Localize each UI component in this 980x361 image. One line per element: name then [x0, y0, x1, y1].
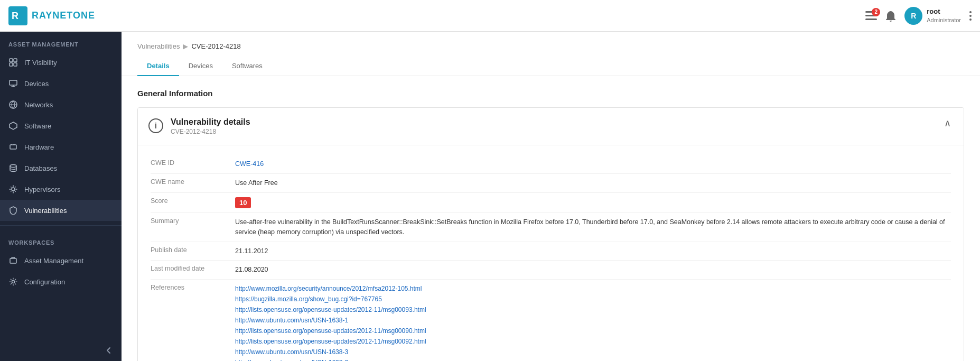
vuln-details-table: CWE ID CWE-416 CWE name Use After Free S…	[138, 145, 964, 361]
tab-softwares[interactable]: Softwares	[222, 57, 272, 76]
content-wrapper: Vulnerabilities ▶ CVE-2012-4218 Details …	[122, 32, 980, 361]
asset-management-icon	[8, 256, 18, 265]
section-title: General Information	[137, 89, 964, 98]
configuration-icon	[8, 277, 18, 286]
reference-link[interactable]: http://lists.opensuse.org/opensuse-updat…	[235, 326, 951, 336]
sidebar-item-vulnerabilities[interactable]: Vulnerabilities	[0, 200, 122, 221]
sidebar: Asset Management IT Visibility	[0, 32, 122, 361]
svg-rect-4	[865, 18, 877, 20]
sidebar-item-label-configuration: Configuration	[24, 278, 65, 286]
svg-rect-11	[14, 63, 17, 66]
it-visibility-icon	[8, 58, 18, 67]
breadcrumb: Vulnerabilities ▶ CVE-2012-4218	[137, 42, 964, 50]
detail-row-cwe-name: CWE name Use After Free	[151, 174, 951, 193]
main-content: Vulnerabilities ▶ CVE-2012-4218 Details …	[122, 32, 980, 361]
sidebar-item-label-hardware: Hardware	[24, 143, 54, 151]
notification-badge: 2	[872, 8, 880, 16]
tab-details[interactable]: Details	[137, 57, 179, 76]
logo-text: RAYNETONE	[32, 10, 95, 21]
hardware-icon	[8, 142, 18, 152]
bell-icon-btn[interactable]	[885, 10, 896, 22]
section-content: General Information i Vulnerability deta…	[122, 76, 980, 361]
sidebar-section-asset: Asset Management	[0, 32, 122, 52]
svg-point-6	[969, 15, 972, 17]
networks-icon	[8, 100, 18, 109]
tab-devices[interactable]: Devices	[179, 57, 222, 76]
svg-text:R: R	[12, 11, 18, 21]
menu-icon-btn[interactable]: 2	[865, 11, 877, 21]
last-modified-value: 21.08.2020	[235, 265, 951, 275]
publish-date-value: 21.11.2012	[235, 246, 951, 256]
reference-link[interactable]: http://lists.opensuse.org/opensuse-updat…	[235, 305, 951, 314]
cwe-name-label: CWE name	[151, 178, 235, 186]
breadcrumb-parent[interactable]: Vulnerabilities	[137, 42, 180, 50]
reference-link[interactable]: http://www.ubuntu.com/usn/USN-1638-2	[235, 358, 951, 361]
score-badge: 10	[235, 197, 251, 209]
breadcrumb-current: CVE-2012-4218	[191, 42, 240, 50]
detail-row-score: Score 10	[151, 193, 951, 214]
svg-rect-18	[10, 258, 16, 263]
cwe-id-link[interactable]: CWE-416	[235, 160, 264, 168]
detail-row-last-modified: Last modified date 21.08.2020	[151, 261, 951, 280]
sidebar-divider	[0, 225, 122, 226]
sidebar-item-hypervisors[interactable]: Hypervisors	[0, 179, 122, 200]
app-body: Asset Management IT Visibility	[0, 32, 980, 361]
sidebar-collapse-button[interactable]	[0, 340, 122, 361]
sidebar-item-networks[interactable]: Networks	[0, 94, 122, 115]
references-value: http://www.mozilla.org/security/announce…	[235, 284, 951, 361]
svg-point-7	[969, 18, 972, 21]
last-modified-label: Last modified date	[151, 265, 235, 272]
vuln-id: CVE-2012-4218	[171, 128, 250, 135]
reference-link[interactable]: http://www.mozilla.org/security/announce…	[235, 284, 951, 293]
sidebar-item-it-visibility[interactable]: IT Visibility	[0, 52, 122, 73]
sidebar-item-software[interactable]: Software	[0, 115, 122, 136]
references-label: References	[151, 284, 235, 291]
user-area[interactable]: R root Administrator	[904, 7, 961, 25]
reference-link[interactable]: http://www.ubuntu.com/usn/USN-1638-3	[235, 347, 951, 357]
software-icon	[8, 121, 18, 131]
cwe-id-value: CWE-416	[235, 159, 951, 169]
svg-point-17	[12, 188, 15, 191]
svg-rect-15	[10, 145, 16, 149]
sidebar-item-configuration[interactable]: Configuration	[0, 271, 122, 292]
vuln-card-header: i Vulnerability details CVE-2012-4218 ∧	[138, 108, 964, 145]
summary-label: Summary	[151, 217, 235, 225]
svg-point-16	[10, 165, 16, 168]
user-name-block: root Administrator	[927, 7, 961, 24]
sidebar-item-label-networks: Networks	[24, 101, 53, 109]
score-value: 10	[235, 197, 951, 209]
sidebar-item-hardware[interactable]: Hardware	[0, 136, 122, 158]
user-role: Administrator	[927, 16, 961, 24]
reference-link[interactable]: https://bugzilla.mozilla.org/show_bug.cg…	[235, 294, 951, 304]
references-list: http://www.mozilla.org/security/announce…	[235, 284, 951, 361]
sidebar-item-asset-management[interactable]: Asset Management	[0, 250, 122, 271]
svg-marker-14	[10, 122, 17, 129]
svg-point-5	[969, 11, 972, 13]
svg-rect-9	[14, 59, 17, 62]
collapse-button[interactable]: ∧	[942, 117, 953, 129]
detail-row-summary: Summary Use-after-free vulnerability in …	[151, 213, 951, 242]
breadcrumb-separator: ▶	[183, 42, 188, 50]
info-icon: i	[148, 118, 163, 133]
vulnerabilities-icon	[8, 206, 18, 215]
reference-link[interactable]: http://lists.opensuse.org/opensuse-updat…	[235, 337, 951, 346]
databases-icon	[8, 163, 18, 173]
logo-icon: R	[8, 6, 27, 25]
summary-value: Use-after-free vulnerability in the Buil…	[235, 217, 951, 237]
more-icon-btn[interactable]	[969, 11, 972, 21]
avatar: R	[904, 7, 922, 25]
sidebar-item-devices[interactable]: Devices	[0, 73, 122, 94]
header-right: 2 R root Administrator	[865, 7, 972, 25]
reference-link[interactable]: http://www.ubuntu.com/usn/USN-1638-1	[235, 316, 951, 325]
score-label: Score	[151, 197, 235, 205]
devices-icon	[8, 79, 18, 88]
publish-date-label: Publish date	[151, 246, 235, 254]
sidebar-item-label-vulnerabilities: Vulnerabilities	[24, 207, 67, 215]
page-header: Vulnerabilities ▶ CVE-2012-4218 Details …	[122, 32, 980, 76]
sidebar-item-label-devices: Devices	[24, 80, 49, 88]
svg-rect-8	[10, 59, 13, 62]
svg-rect-10	[10, 63, 13, 66]
cwe-id-label: CWE ID	[151, 159, 235, 166]
sidebar-item-databases[interactable]: Databases	[0, 158, 122, 179]
vuln-title: Vulnerability details	[171, 117, 250, 127]
